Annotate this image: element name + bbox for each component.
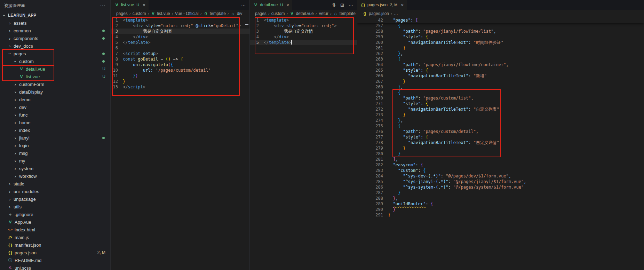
code-line[interactable]: 5</template> — [111, 40, 249, 45]
code-line[interactable]: 283 "custom": { — [357, 168, 644, 173]
breadcrumb-item[interactable]: div — [237, 11, 242, 16]
code-line[interactable]: 264 "path": "pages/jianyi/flowTime/conta… — [357, 62, 644, 68]
tree-folder-demo[interactable]: ›demo — [0, 96, 110, 103]
tree-folder-home[interactable]: ›home — [0, 119, 110, 126]
code-line[interactable]: 10 url: '/pages/custom/detail' — [111, 68, 249, 73]
tree-folder-datadisplay[interactable]: ›dataDisplay — [0, 88, 110, 96]
tree-folder-workflow[interactable]: ›workflow — [0, 172, 110, 180]
tree-folder-custom[interactable]: ›custom — [0, 57, 110, 65]
code-line[interactable]: 2 <div style="color: red;"> — [250, 23, 357, 29]
code-line[interactable]: 3 我是自定义详情 — [250, 29, 357, 34]
tree-file-detail.vue[interactable]: Vdetail.vueU — [0, 65, 110, 73]
code-line[interactable]: 274 }, — [357, 118, 644, 123]
code-line[interactable]: 289 "uniIdRouter": { — [357, 201, 644, 207]
sticky-scroll-line[interactable]: 42 "pages": [ — [357, 17, 644, 23]
code-editor-pagesjson[interactable]: 42 "pages": [257 {258 "path": "pages/jia… — [357, 17, 644, 270]
tree-folder-dev_docs[interactable]: ›dev_docs — [0, 42, 110, 50]
code-line[interactable]: 261 } — [357, 45, 644, 51]
tree-folder-dev[interactable]: ›dev — [0, 103, 110, 111]
tree-file-readme.md[interactable]: ⓘREADME.md — [0, 256, 110, 264]
more-actions-icon[interactable]: ⋯ — [241, 2, 246, 8]
code-line[interactable]: 286 "^sys-system-(.*)": "@/pages/system/… — [357, 184, 644, 190]
tree-folder-login[interactable]: ›login — [0, 142, 110, 149]
breadcrumb-item[interactable]: Vetur — [319, 11, 328, 16]
breadcrumb-item[interactable]: … — [394, 11, 398, 16]
tree-folder-assets[interactable]: ›assets — [0, 19, 110, 27]
tree-folder-msg[interactable]: ›msg — [0, 149, 110, 157]
code-line[interactable]: 285 "^sys-jianyi-(.*)": "@/pages/jianyi/… — [357, 179, 644, 184]
code-line[interactable]: 12} — [111, 79, 249, 84]
code-line[interactable]: 259 "style": { — [357, 34, 644, 40]
tree-folder-utils[interactable]: ›utils — [0, 203, 110, 211]
code-line[interactable]: 266 "navigationBarTitleText": "新增" — [357, 73, 644, 79]
close-icon[interactable]: × — [286, 2, 289, 8]
tree-folder-uni_modules[interactable]: ›uni_modules — [0, 188, 110, 195]
tree-file-pages.json[interactable]: {}pages.json2, M — [0, 249, 110, 256]
tree-folder-index[interactable]: ›index — [0, 126, 110, 134]
tree-folder-jianyi[interactable]: ›jianyi — [0, 134, 110, 142]
code-line[interactable]: 3 我是自定义列表 — [111, 29, 249, 34]
more-actions-icon[interactable]: ⋯ — [100, 2, 105, 9]
code-line[interactable]: 273 } — [357, 112, 644, 118]
code-editor-list[interactable]: 1<template>2 <div style="color: red;" @c… — [111, 17, 249, 270]
breadcrumb-item[interactable]: template — [210, 11, 226, 16]
code-line[interactable]: 275 { — [357, 123, 644, 129]
code-line[interactable]: 270 "path": "pages/custom/list", — [357, 95, 644, 101]
code-line[interactable]: 9 uni.navigateTo({ — [111, 62, 249, 68]
tree-root-learun-app[interactable]: › LEARUN_APP — [0, 11, 110, 19]
code-line[interactable]: 13</script> — [111, 84, 249, 90]
code-line[interactable]: 2 <div style="color: red;" @click="goDet… — [111, 23, 249, 29]
tree-folder-customform[interactable]: ›customForm — [0, 80, 110, 88]
tree-folder-static[interactable]: ›static — [0, 180, 110, 188]
breadcrumb-item[interactable]: custom — [271, 11, 285, 16]
code-line[interactable]: 272 "navigationBarTitleText": "自定义列表" — [357, 106, 644, 112]
breadcrumb-item[interactable]: list.vue — [157, 11, 170, 16]
breadcrumb-item[interactable]: detail.vue — [296, 11, 313, 16]
code-line[interactable]: 284 "^sys-dev-(.*)": "@/pages/dev/$1/for… — [357, 173, 644, 179]
code-line[interactable]: 268 }, — [357, 84, 644, 90]
tree-file-index.html[interactable]: <>index.html — [0, 226, 110, 233]
close-icon[interactable]: × — [143, 2, 145, 8]
tree-file-.gitignore[interactable]: ◆.gitignore — [0, 211, 110, 218]
tree-folder-common[interactable]: ›common — [0, 27, 110, 34]
code-line[interactable]: 263 { — [357, 56, 644, 62]
open-changes-icon[interactable]: ⇅ — [332, 2, 336, 8]
code-line[interactable]: 271 "style": { — [357, 101, 644, 106]
tree-folder-my[interactable]: ›my — [0, 157, 110, 165]
code-line[interactable]: 7<script setup> — [111, 51, 249, 56]
code-line[interactable]: 279 } — [357, 145, 644, 151]
tree-file-app.vue[interactable]: VApp.vue — [0, 218, 110, 226]
code-line[interactable]: 276 "path": "pages/custom/detail", — [357, 129, 644, 134]
tree-file-list.vue[interactable]: Vlist.vueU — [0, 73, 110, 80]
close-icon[interactable]: × — [401, 2, 404, 8]
tree-folder-components[interactable]: ›components — [0, 34, 110, 42]
code-line[interactable]: 265 "style": { — [357, 68, 644, 73]
breadcrumb-item[interactable]: Vue - Official — [175, 11, 199, 16]
code-line[interactable]: 278 "navigationBarTitleText": "自定义详情" — [357, 140, 644, 145]
code-line[interactable]: 4 </div> — [111, 34, 249, 40]
breadcrumb-item[interactable]: pages — [116, 11, 128, 16]
code-line[interactable]: 267 } — [357, 79, 644, 84]
tab-pages.json[interactable]: {}pages.json2, M× — [357, 0, 407, 10]
tab-detail.vue[interactable]: Vdetail.vueU× — [250, 0, 293, 10]
breadcrumb-item[interactable]: pages.json — [369, 11, 389, 16]
code-line[interactable]: 281 ], — [357, 157, 644, 162]
code-line[interactable]: 1<template> — [250, 17, 357, 23]
code-line[interactable]: 288 }, — [357, 196, 644, 201]
code-line[interactable]: 1<template> — [111, 17, 249, 23]
code-line[interactable]: 282 "easycom": { — [357, 162, 644, 168]
code-line[interactable]: 5</template> — [250, 40, 357, 45]
code-line[interactable]: 291} — [357, 212, 644, 218]
tab-list.vue[interactable]: Vlist.vueU× — [111, 0, 149, 10]
breadcrumb-item[interactable]: custom — [133, 11, 146, 16]
code-line[interactable]: 260 "navigationBarTitleText": "时间组件验证" — [357, 40, 644, 45]
tree-folder-unpackage[interactable]: ›unpackage — [0, 195, 110, 203]
breadcrumb-item[interactable]: pages — [255, 11, 267, 16]
tree-file-uni.scss[interactable]: Suni.scss — [0, 264, 110, 270]
tree-file-main.js[interactable]: JSmain.js — [0, 233, 110, 241]
code-line[interactable]: 290 } — [357, 207, 644, 212]
code-line[interactable]: 262 }, — [357, 51, 644, 56]
breadcrumb-item[interactable]: template — [340, 11, 356, 16]
tree-folder-pages[interactable]: ›pages — [0, 50, 110, 57]
code-line[interactable]: 257 { — [357, 23, 644, 29]
